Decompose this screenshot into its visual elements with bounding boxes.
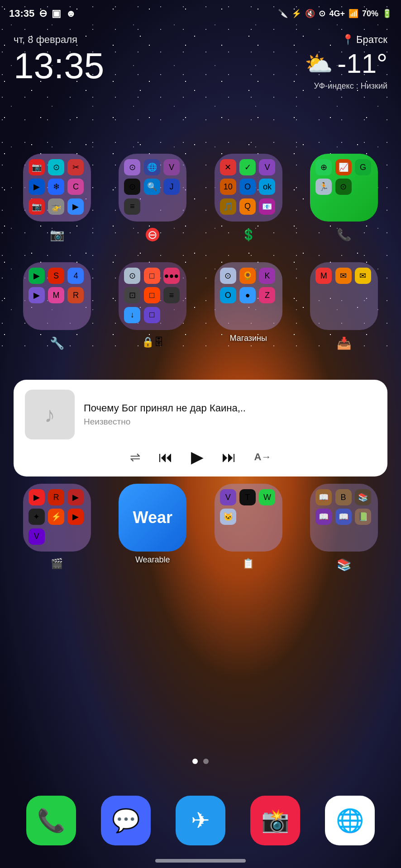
mini-app-22: 10 [220, 179, 236, 195]
battery-icon: 🔋 [382, 9, 392, 19]
mini-app-24: ok [259, 179, 275, 195]
dock-chrome[interactable]: 🌐 [325, 796, 375, 845]
media-player: ♪ Почему Бог принял не дар Каина,.. Неиз… [14, 380, 387, 476]
mini-app-86 [239, 509, 256, 525]
status-bar: 13:35 ⊖ ▣ ☻ 🔪 ⚡ 🔇 ⊙ 4G+ 📶 70% 🔋 [0, 0, 401, 27]
dnd-icon: ⊖ [39, 8, 47, 19]
folder-bg-6: ⊙ □ ●●● ⊡ □ ≡ ↓ □ [119, 262, 186, 330]
mini-app-59: ● [239, 287, 256, 303]
app-row-2: ▶ S 4 ▶ M R 🔧 ⊙ □ ●●● ⊡ □ ≡ [0, 262, 401, 350]
mini-app-1: 📷 [29, 159, 45, 175]
mini-app-41: M [48, 287, 64, 303]
dock-telegram[interactable]: ✈ [176, 796, 225, 845]
mini-app-89 [239, 528, 256, 545]
mini-app-23: О [239, 179, 256, 195]
folder-tools[interactable]: ⊙ 🌐 V ⊙ 🔍 J ≡ ⊖ [115, 154, 190, 242]
media-thumbnail: ♪ [25, 390, 75, 439]
folder-media[interactable]: 📷 ⊙ ✂ ▶ ❄ C 📷 🚁 ▶ 📷 [19, 154, 94, 242]
prev-button[interactable]: ⏮ [158, 449, 173, 466]
folder-video[interactable]: ▶ R ▶ ✦ ⚡ ▶ V 🎬 [19, 484, 94, 572]
mini-app-28: ⊕ [315, 159, 332, 175]
play-button[interactable]: ▶ [191, 448, 204, 467]
folder-books[interactable]: 📖 B 📚 📖 📖 📗 📚 [307, 484, 382, 572]
mini-app-27: 📧 [259, 198, 275, 215]
folder-mail[interactable]: M ✉ ✉ 📥 [307, 262, 382, 350]
media-controls: ⇌ ⏮ ▶ ⏭ A→ [25, 448, 376, 467]
mini-app-79: V [29, 528, 45, 545]
wear-wearable-app[interactable]: Wear Wearable [115, 484, 190, 572]
mini-app-35 [335, 198, 352, 215]
mini-app-38: S [48, 268, 64, 284]
mini-app-16: ≡ [124, 198, 140, 215]
status-left: 13:35 ⊖ ▣ ☻ [9, 8, 76, 19]
network-icon: 4G+ [329, 9, 345, 19]
next-button[interactable]: ⏭ [222, 449, 236, 466]
home-screen: 13:35 ⊖ ▣ ☻ 🔪 ⚡ 🔇 ⊙ 4G+ 📶 70% 🔋 чт, 8 фе… [0, 0, 401, 868]
dock: 📞 💬 ✈ 📸 🌐 [14, 796, 387, 845]
mini-app-44 [48, 307, 64, 323]
signal-icon: 📶 [348, 9, 358, 19]
folder-bg-10: V T W 🐱 [215, 484, 282, 552]
mini-app-68 [335, 287, 352, 303]
phone-icon: 📞 [37, 807, 65, 834]
mini-app-13: ⊙ [124, 179, 140, 195]
mini-app-74: R [48, 489, 64, 505]
app-row-1: 📷 ⊙ ✂ ▶ ❄ C 📷 🚁 ▶ 📷 ⊙ 🌐 V ⊙ 🔍 J [0, 154, 401, 242]
status-time: 13:35 [9, 8, 34, 19]
dock-messages[interactable]: 💬 [101, 796, 151, 845]
mini-app-90 [259, 528, 275, 545]
folder-services[interactable]: ✕ ✓ V 10 О ok 🎵 Q 📧 💲 [211, 154, 286, 242]
info-section: чт, 8 февраля 13:35 📍 Братск ⛅ -11° УФ-и… [0, 34, 401, 91]
mini-app-45 [67, 307, 84, 323]
weather-location: 📍 Братск [342, 34, 387, 46]
mini-app-55: ⊙ [220, 268, 236, 284]
mini-app-17 [144, 198, 160, 215]
antenna-icon: 🔪 [278, 9, 288, 19]
mini-app-52: ↓ [124, 307, 140, 323]
folder-stores[interactable]: ⊙ 🌻 K O ● Z Магазины [211, 262, 286, 350]
mini-app-70 [315, 307, 332, 323]
weather-temp-row: ⛅ -11° [305, 48, 387, 79]
datetime-block: чт, 8 февраля 13:35 [14, 34, 104, 91]
home-bar [155, 859, 246, 863]
bluetooth-icon: ⚡ [291, 9, 301, 19]
mini-app-73: ▶ [29, 489, 45, 505]
mini-app-14: 🔍 [144, 179, 160, 195]
folder-health[interactable]: ⊕ 📈 G 🏃 ⊙ 📞 [307, 154, 382, 242]
messages-icon: 💬 [112, 807, 140, 834]
accessibility-icon: ☻ [66, 8, 76, 19]
folder-bg-7: ⊙ 🌻 K O ● Z [215, 262, 282, 330]
dock-camera[interactable]: 📸 [250, 796, 300, 845]
mini-app-91: 📖 [315, 489, 332, 505]
page-dot-2[interactable] [203, 759, 209, 764]
wear-app-icon: Wear [119, 484, 186, 552]
mini-app-30: G [355, 159, 371, 175]
mini-app-98 [335, 528, 352, 545]
mini-app-78: ▶ [67, 509, 84, 525]
chrome-icon: 🌐 [336, 807, 364, 834]
mini-app-29: 📈 [335, 159, 352, 175]
mute-icon: 🔇 [305, 9, 315, 19]
folder-messaging[interactable]: V T W 🐱 📋 [211, 484, 286, 572]
lyrics-button[interactable]: A→ [254, 451, 272, 463]
mini-app-96: 📗 [355, 509, 371, 525]
mini-app-99 [355, 528, 371, 545]
mini-app-7: 📷 [29, 198, 45, 215]
mini-app-33 [355, 179, 371, 195]
status-right: 🔪 ⚡ 🔇 ⊙ 4G+ 📶 70% 🔋 [278, 9, 392, 19]
mini-app-64: M [315, 268, 332, 284]
mini-app-61 [220, 307, 236, 323]
dock-phone[interactable]: 📞 [26, 796, 76, 845]
folder-utilities[interactable]: ▶ S 4 ▶ M R 🔧 [19, 262, 94, 350]
mini-app-88 [220, 528, 236, 545]
page-dot-1[interactable] [192, 759, 198, 764]
shuffle-button[interactable]: ⇌ [130, 450, 140, 465]
folder-work[interactable]: ⊙ □ ●●● ⊡ □ ≡ ↓ □ 🔒🗄 [115, 262, 190, 350]
mini-app-63 [259, 307, 275, 323]
mini-app-51: ≡ [163, 287, 180, 303]
media-info: Почему Бог принял не дар Каина,.. Неизве… [84, 402, 376, 427]
date-label: чт, 8 февраля [14, 34, 104, 46]
mini-app-58: O [220, 287, 236, 303]
folder-bg-5: ▶ S 4 ▶ M R [23, 262, 91, 330]
mini-app-25: 🎵 [220, 198, 236, 215]
